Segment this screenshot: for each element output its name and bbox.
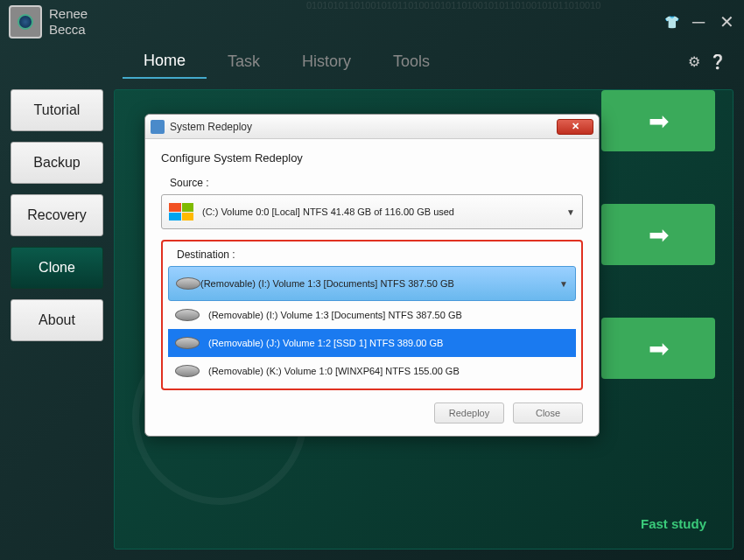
destination-selected: (Removable) (I:) Volume 1:3 [Documents] … [200,278,454,289]
tab-tools[interactable]: Tools [372,46,451,78]
dialog-titlebar[interactable]: System Redeploy ✕ [145,115,599,139]
source-group: Source : (C:) Volume 0:0 [Local] NTFS 41… [161,177,583,229]
action-button-1[interactable]: ➡ [601,204,715,265]
source-label: Source : [170,177,583,189]
dest-option-2-text: (Removable) (K:) Volume 1:0 [WINXP64] NT… [208,366,460,376]
destination-highlight: Destination : (Removable) (I:) Volume 1:… [161,240,583,390]
system-redeploy-dialog: System Redeploy ✕ Configure System Redep… [144,114,600,437]
dest-option-2[interactable]: (Removable) (K:) Volume 1:0 [WINXP64] NT… [168,357,576,385]
action-button-2[interactable]: ➡ [601,318,715,379]
sidebar-clone[interactable]: Clone [11,247,103,289]
tshirt-icon[interactable]: 👕 [664,15,679,29]
chevron-down-icon: ▼ [559,279,568,289]
arrow-right-icon: ➡ [649,334,669,363]
titlebar: Renee Becca 👕 ─ ✕ [0,0,744,44]
dest-option-0-text: (Removable) (I:) Volume 1:3 [Documents] … [208,310,462,320]
dialog-body: Configure System Redeploy Source : (C:) … [145,139,599,402]
windows-drive-icon [169,203,193,220]
source-dropdown[interactable]: (C:) Volume 0:0 [Local] NTFS 41.48 GB of… [161,194,583,229]
dialog-heading: Configure System Redeploy [161,151,583,164]
dialog-title: System Redeploy [170,121,252,133]
dialog-close-footer-button[interactable]: Close [513,402,583,424]
tab-home[interactable]: Home [123,45,207,79]
dest-option-0[interactable]: (Removable) (I:) Volume 1:3 [Documents] … [168,301,576,329]
app-title-line1: Renee [49,6,88,22]
tab-history[interactable]: History [281,46,372,78]
app-title-line2: Becca [49,22,88,38]
close-button[interactable]: ✕ [718,11,735,32]
tab-task[interactable]: Task [207,46,281,78]
dialog-icon [151,120,165,134]
help-icon[interactable]: ❔ [709,53,726,70]
destination-options: (Removable) (I:) Volume 1:3 [Documents] … [168,301,576,385]
dest-option-1[interactable]: (Removable) (J:) Volume 1:2 [SSD 1] NTFS… [168,329,576,357]
disk-icon [176,277,200,290]
chevron-down-icon: ▼ [566,207,575,217]
sidebar-backup[interactable]: Backup [11,142,103,184]
top-tabs: Home Task History Tools ⚙ ❔ [0,44,744,79]
dialog-footer: Redeploy Close [145,402,599,436]
destination-dropdown[interactable]: (Removable) (I:) Volume 1:3 [Documents] … [168,266,576,301]
destination-label: Destination : [177,248,576,261]
dest-option-1-text: (Removable) (J:) Volume 1:2 [SSD 1] NTFS… [208,338,443,348]
minimize-button[interactable]: ─ [690,12,707,32]
app-logo-icon [9,5,42,38]
disk-icon [175,337,200,349]
close-icon: ✕ [572,121,579,132]
disk-icon [175,365,200,377]
action-button-3[interactable]: ➡ [601,90,715,151]
arrow-right-icon: ➡ [649,220,669,249]
disk-icon [175,309,200,321]
fast-study-link[interactable]: Fast study [641,516,706,531]
arrow-right-icon: ➡ [649,107,669,136]
source-value: (C:) Volume 0:0 [Local] NTFS 41.48 GB of… [202,206,454,217]
main-window: 0101010110100101011010010101101001010110… [0,0,744,560]
app-title: Renee Becca [49,6,88,38]
settings-icon[interactable]: ⚙ [688,53,700,70]
sidebar-tutorial[interactable]: Tutorial [11,89,103,131]
sidebar-about[interactable]: About [11,299,103,341]
sidebar: Tutorial Backup Recovery Clone About [0,79,114,560]
dialog-close-button[interactable]: ✕ [557,119,593,135]
redeploy-button[interactable]: Redeploy [434,402,504,424]
sidebar-recovery[interactable]: Recovery [11,194,103,236]
